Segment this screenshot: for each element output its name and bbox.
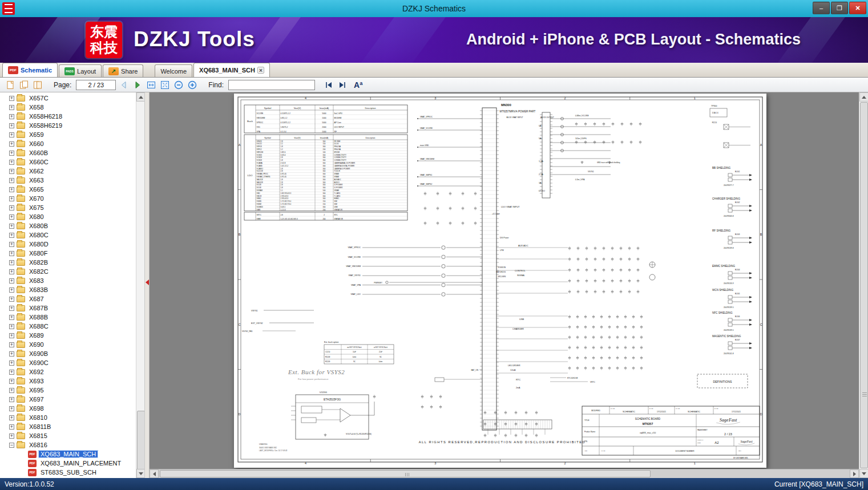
tree-folder[interactable]: +X680D	[0, 240, 136, 249]
tree-folder[interactable]: +X687	[0, 294, 136, 303]
schematic-canvas[interactable]: 44332211AABBCCDDBuckSymbolVout(V)Imax(mA…	[234, 94, 766, 468]
expand-icon[interactable]: +	[9, 361, 14, 366]
document-tab[interactable]: Welcome ×	[155, 64, 192, 77]
tree-folder[interactable]: +X663	[0, 176, 136, 185]
tree-folder[interactable]: +X683B	[0, 285, 136, 294]
ribbon-tab[interactable]: Share	[103, 64, 143, 77]
expand-icon[interactable]: +	[9, 278, 14, 284]
expand-icon[interactable]: +	[9, 397, 14, 402]
tree-folder[interactable]: +X692	[0, 367, 136, 376]
expand-icon[interactable]: +	[9, 214, 14, 220]
tree-folder[interactable]: +X660B	[0, 148, 136, 157]
expand-icon[interactable]: +	[9, 251, 14, 256]
splitter[interactable]	[145, 92, 150, 478]
viewer-scrollbar[interactable]	[859, 92, 868, 478]
tree-folder[interactable]: +X690	[0, 340, 136, 349]
expand-icon[interactable]: +	[9, 96, 14, 101]
expand-icon[interactable]: +	[9, 132, 14, 137]
horizontal-scrollbar[interactable]	[150, 469, 859, 478]
tab-close-icon[interactable]: ×	[257, 67, 264, 74]
expand-icon[interactable]: +	[9, 123, 14, 128]
tree-folder[interactable]: +X690B	[0, 349, 136, 358]
page-layout-single-icon[interactable]	[5, 79, 16, 91]
tree-folder[interactable]: +X687B	[0, 303, 136, 313]
schematic-page[interactable]: 44332211AABBCCDDBuckSymbolVout(V)Imax(mA…	[234, 94, 766, 468]
tree-folder[interactable]: +X680C	[0, 230, 136, 240]
expand-icon[interactable]: +	[9, 160, 14, 165]
tree-folder[interactable]: +X695	[0, 386, 136, 395]
expand-icon[interactable]: +	[9, 169, 14, 174]
tree-folder[interactable]: +X680B	[0, 221, 136, 230]
find-next-button[interactable]	[337, 79, 348, 91]
tree-folder[interactable]: +X682C	[0, 267, 136, 276]
expand-icon[interactable]: +	[9, 187, 14, 192]
expand-icon[interactable]: +	[9, 306, 14, 311]
maximize-button[interactable]: ❐	[831, 2, 848, 14]
tree-folder[interactable]: +X688C	[0, 322, 136, 331]
expand-icon[interactable]: +	[9, 434, 14, 439]
document-tab[interactable]: XQ683_MAIN_SCH ×	[193, 63, 270, 77]
tree-folder[interactable]: +X660C	[0, 157, 136, 167]
tree-folder[interactable]: +X658H6218	[0, 112, 136, 121]
expand-icon[interactable]: +	[9, 424, 14, 430]
expand-icon[interactable]: +	[9, 224, 14, 229]
tree-folder[interactable]: +X675	[0, 203, 136, 212]
fit-page-button[interactable]	[159, 79, 171, 91]
previous-page-button[interactable]	[118, 79, 130, 91]
expand-icon[interactable]: +	[9, 324, 14, 329]
sidebar-scroll-thumb[interactable]	[137, 411, 145, 478]
tree-folder[interactable]: +X680	[0, 212, 136, 221]
expand-icon[interactable]: +	[9, 370, 14, 375]
page-number-input[interactable]	[76, 80, 116, 90]
viewer-scroll-thumb[interactable]	[860, 102, 868, 468]
scroll-down-icon[interactable]	[859, 469, 868, 478]
zoom-in-button[interactable]	[187, 79, 198, 91]
expand-icon[interactable]: +	[9, 233, 14, 238]
scroll-right-icon[interactable]	[850, 469, 859, 478]
expand-icon[interactable]: +	[9, 379, 14, 384]
expand-icon[interactable]: +	[9, 415, 14, 420]
ribbon-tab[interactable]: Layout	[59, 64, 102, 77]
horizontal-scroll-thumb[interactable]	[160, 470, 651, 477]
text-size-icon[interactable]: Aª	[354, 80, 362, 90]
expand-icon[interactable]: +	[9, 351, 14, 357]
expand-icon[interactable]: +	[9, 105, 14, 110]
tree-folder[interactable]: +X665	[0, 185, 136, 194]
expand-icon[interactable]: +	[9, 388, 14, 393]
page-layout-double-icon[interactable]	[18, 79, 30, 91]
tree-folder[interactable]: +X6811B	[0, 422, 136, 431]
tree-document[interactable]: PDFST683S_SUB_SCH	[0, 468, 136, 477]
tree-folder[interactable]: +X683	[0, 276, 136, 285]
collapse-arrow-icon[interactable]	[146, 280, 149, 285]
tree-folder[interactable]: +X688B	[0, 313, 136, 322]
sidebar-scrollbar[interactable]	[136, 92, 145, 478]
ribbon-tab[interactable]: Schematic	[2, 63, 58, 77]
expand-icon[interactable]: +	[9, 342, 14, 347]
collapse-icon[interactable]: −	[9, 443, 14, 448]
tree-document[interactable]: PDFXQ683_MAIN_SCH	[0, 449, 136, 459]
expand-icon[interactable]: +	[9, 260, 14, 265]
tree-folder[interactable]: +X690C	[0, 358, 136, 367]
expand-icon[interactable]: +	[9, 178, 14, 183]
expand-icon[interactable]: +	[9, 297, 14, 302]
find-previous-button[interactable]	[323, 79, 334, 91]
fit-width-button[interactable]	[146, 79, 157, 91]
tree-folder[interactable]: +X658H6219	[0, 121, 136, 130]
scroll-left-icon[interactable]	[150, 469, 159, 478]
tree-folder[interactable]: +X698	[0, 404, 136, 413]
expand-icon[interactable]: +	[9, 205, 14, 210]
zoom-out-button[interactable]	[173, 79, 184, 91]
expand-icon[interactable]: +	[9, 151, 14, 156]
tree-folder[interactable]: +X6815	[0, 431, 136, 440]
tree-folder[interactable]: +X658	[0, 103, 136, 112]
expand-icon[interactable]: +	[9, 196, 14, 201]
minimize-button[interactable]: –	[813, 2, 830, 14]
tree-folder[interactable]: +X659	[0, 130, 136, 139]
tree-folder[interactable]: +X693	[0, 376, 136, 386]
scroll-up-icon[interactable]	[859, 92, 868, 102]
tree-folder[interactable]: +X682B	[0, 258, 136, 267]
find-input[interactable]	[228, 80, 315, 90]
tree-folder[interactable]: +X689	[0, 331, 136, 340]
tree-document[interactable]: PDFXQ683_MAIN_PLACEMENT	[0, 459, 136, 468]
expand-icon[interactable]: +	[9, 269, 14, 274]
